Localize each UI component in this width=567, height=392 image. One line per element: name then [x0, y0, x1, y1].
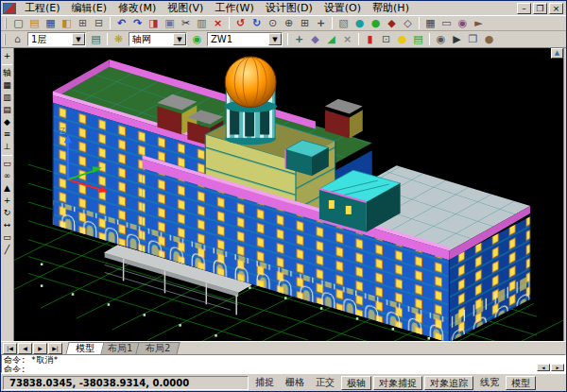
properties-icon[interactable]: ❐ [465, 32, 481, 46]
save-file-icon[interactable]: ▦ [43, 16, 59, 30]
user-icon[interactable]: ● [481, 32, 497, 46]
select-cross-icon[interactable]: + [1, 50, 13, 62]
rotate-icon[interactable]: ↻ [1, 207, 13, 219]
menu-view[interactable]: 视图(V) [162, 0, 209, 16]
toolbar-grip[interactable] [4, 34, 7, 45]
perpendicular-icon[interactable]: ⊥ [1, 141, 13, 153]
menu-project[interactable]: 工程(E) [19, 0, 66, 16]
toggle-osnap[interactable]: 对象捕捉 [373, 376, 422, 390]
toggle-otrack[interactable]: 对象追踪 [424, 376, 473, 390]
axis-name-combo-value: ZW1 [208, 33, 268, 45]
link-icon[interactable]: ∞ [1, 170, 13, 182]
library-icon[interactable]: ▤ [410, 32, 426, 46]
stretch-icon[interactable]: ↔ [1, 219, 13, 231]
zoom-extents-icon[interactable]: ⊕ [281, 16, 297, 30]
home-icon[interactable]: ⌂ [9, 32, 26, 46]
eraser-icon[interactable]: ▭ [1, 158, 13, 170]
calculator-icon[interactable]: ▦ [422, 16, 438, 30]
new-file-icon[interactable]: ▢ [10, 16, 26, 30]
column-icon[interactable]: ◆ [1, 116, 13, 128]
print-icon[interactable]: ⊟ [91, 16, 107, 30]
help-book-icon[interactable]: ◉ [455, 16, 471, 30]
chevron-down-icon[interactable]: ▼ [268, 33, 282, 45]
storey-manager-icon[interactable]: ▤ [88, 32, 104, 46]
redo-icon[interactable]: ↷ [129, 16, 146, 30]
app-icon[interactable] [3, 3, 16, 14]
render-icon[interactable]: ● [352, 16, 368, 30]
panel-collapse-button[interactable]: ▲ [551, 48, 563, 59]
bulb-icon[interactable]: ● [394, 32, 410, 46]
restore-button[interactable]: ❐ [533, 3, 547, 14]
menu-help[interactable]: 帮助(H) [367, 0, 415, 16]
terrain-icon[interactable]: ◢ [323, 32, 339, 46]
exit-icon[interactable]: ► [471, 16, 487, 30]
folder-icon[interactable]: ◧ [59, 16, 75, 30]
layer-style-icon[interactable]: ❋ [111, 32, 127, 46]
menu-modify[interactable]: 修改(M) [112, 0, 162, 16]
lock-icon[interactable]: ▮ [362, 32, 378, 46]
axis-name-combo[interactable]: ZW1 ▼ [207, 32, 283, 46]
zoom-select-icon[interactable]: ⊡ [378, 32, 394, 46]
grid-edit-icon[interactable]: ▥ [1, 92, 13, 104]
close-tool-icon[interactable]: × [339, 32, 355, 46]
print-preview-icon[interactable]: ⊞ [75, 16, 91, 30]
menu-design-drawing[interactable]: 设计图(D) [260, 0, 318, 16]
command-scroll-left-button[interactable]: ◀ [537, 364, 550, 371]
add-axis-icon[interactable]: + [291, 32, 307, 46]
command-scroll-right-button[interactable]: ▶ [551, 364, 564, 371]
floor-combo[interactable]: 1层 ▼ [27, 32, 86, 46]
chevron-down-icon[interactable]: ▼ [173, 33, 186, 45]
drawing-canvas[interactable]: ▲ [14, 48, 563, 341]
command-window[interactable]: 命令: *取消* 命令: ◀ ▶ [1, 354, 566, 373]
eye-icon[interactable]: ◉ [433, 32, 449, 46]
toggle-snap[interactable]: 捕捉 [250, 376, 279, 390]
last-tab-button[interactable]: ▶| [48, 343, 62, 354]
play-icon[interactable]: ▶ [449, 32, 465, 46]
layer-on-icon[interactable]: ◉ [189, 32, 205, 46]
zoom-region-icon[interactable]: ◇ [400, 16, 416, 30]
rectangle-icon[interactable]: ▭ [1, 231, 13, 244]
prev-tab-button[interactable]: ◀ [18, 343, 32, 354]
tab-layout2[interactable]: 布局2 [136, 342, 181, 354]
toolbar-grip[interactable] [5, 18, 8, 29]
materials-icon[interactable]: ◆ [384, 16, 400, 30]
minimize-button[interactable]: – [517, 3, 531, 14]
grid-draw-icon[interactable]: ▦ [1, 79, 13, 92]
cut-icon[interactable]: ✂ [178, 16, 194, 30]
mirror-icon[interactable]: ▲ [1, 182, 13, 195]
open-file-icon[interactable]: ▤ [26, 16, 43, 30]
menu-settings[interactable]: 设置(O) [318, 0, 367, 16]
next-tab-button[interactable]: ▶ [33, 343, 47, 354]
wall-icon[interactable]: ≡ [1, 128, 13, 141]
toggle-lineweight[interactable]: 线宽 [475, 376, 504, 390]
menu-work[interactable]: 工作(W) [209, 0, 259, 16]
render-preferences-icon[interactable]: ● [368, 16, 384, 30]
fillet-icon[interactable]: ╱ [1, 244, 13, 256]
erase-icon[interactable]: × [210, 16, 226, 30]
tab-model[interactable]: 模型 [65, 342, 104, 354]
pan-icon[interactable]: + [313, 16, 329, 30]
orbit-icon[interactable]: ↺ [232, 16, 249, 30]
grid-layer-combo[interactable]: 轴网 ▼ [129, 32, 187, 46]
shade-icon[interactable]: ▧ [335, 16, 352, 30]
copy-icon[interactable]: ◨ [146, 16, 162, 30]
axis-grid-icon[interactable]: 轴 [1, 67, 13, 79]
grid-label-icon[interactable]: ▤ [1, 104, 13, 116]
zoom-realtime-icon[interactable]: ⊙ [265, 16, 281, 30]
toggle-polar[interactable]: 极轴 [341, 376, 371, 390]
first-tab-button[interactable]: |◀ [3, 343, 17, 354]
zoom-window-icon[interactable]: ⊞ [297, 16, 313, 30]
undo-icon[interactable]: ↶ [113, 16, 129, 30]
move-icon[interactable]: + [1, 195, 13, 207]
close-button[interactable]: × [549, 3, 563, 14]
shield-icon[interactable]: ◆ [307, 32, 323, 46]
plot-icon[interactable]: ▭ [438, 16, 455, 30]
toggle-model-space[interactable]: 模型 [506, 376, 536, 390]
menu-edit[interactable]: 编辑(E) [66, 0, 113, 16]
paste-icon[interactable]: ▥ [194, 16, 210, 30]
toggle-ortho[interactable]: 正交 [311, 376, 339, 390]
toggle-grid[interactable]: 栅格 [281, 376, 309, 390]
rotate-view-icon[interactable]: ↻ [249, 16, 265, 30]
chevron-down-icon[interactable]: ▼ [72, 33, 85, 45]
copy-base-icon[interactable]: ▣ [162, 16, 178, 30]
